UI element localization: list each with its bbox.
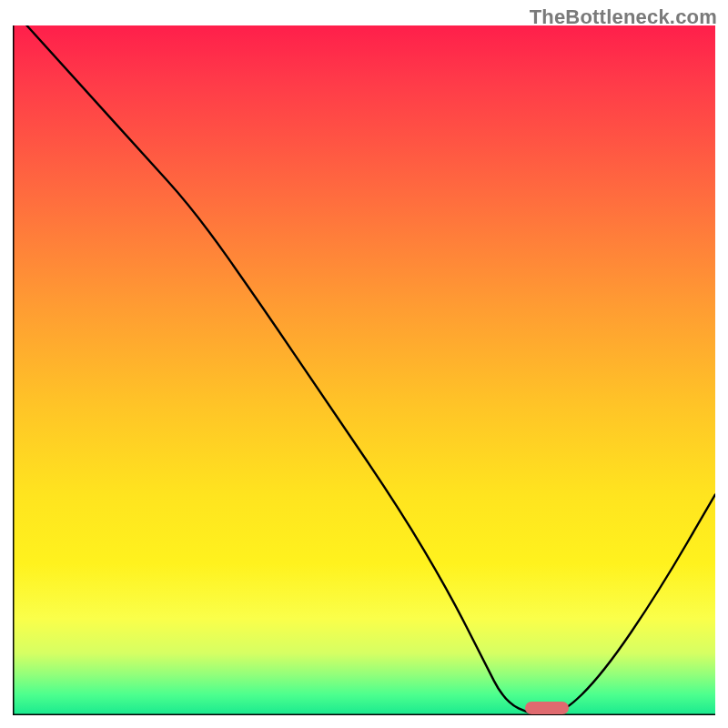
bottleneck-curve xyxy=(13,25,715,715)
bottleneck-chart: TheBottleneck.com xyxy=(0,0,728,728)
optimal-point-marker xyxy=(525,702,569,714)
plot-area xyxy=(13,25,715,715)
watermark-text: TheBottleneck.com xyxy=(530,5,717,29)
